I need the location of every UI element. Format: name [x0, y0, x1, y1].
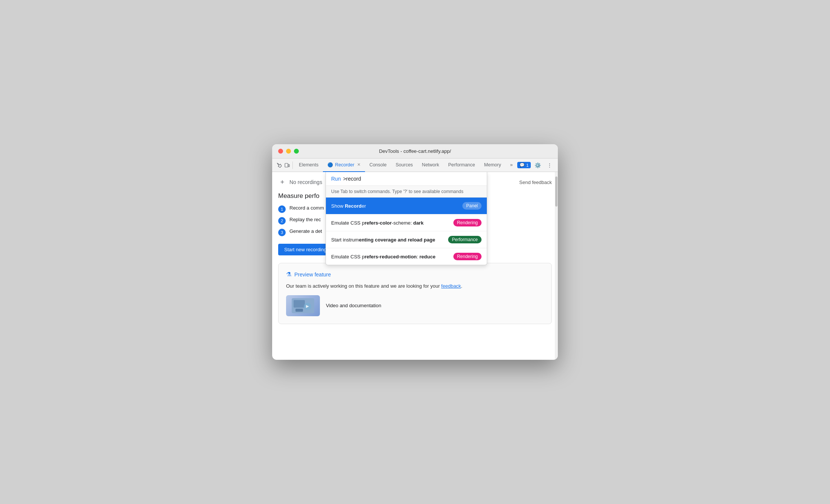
add-recording-button[interactable]: + [278, 178, 286, 186]
feedback-badge-button[interactable]: 💬 1 [517, 162, 531, 168]
close-button[interactable] [278, 149, 283, 154]
scrollbar-thumb[interactable] [555, 177, 557, 207]
step-num-1: 1 [278, 205, 286, 213]
command-input-row: Run >record [326, 172, 487, 186]
command-hint: Use Tab to switch commands. Type '?' to … [326, 186, 487, 198]
video-doc-row: Video and documentation [286, 295, 544, 316]
maximize-button[interactable] [294, 149, 299, 154]
command-badge-rendering: Rendering [453, 219, 482, 226]
svg-rect-0 [285, 163, 288, 167]
step-num-3: 3 [278, 229, 286, 236]
more-options-button[interactable]: ⋮ [544, 160, 555, 171]
command-badge-rendering-2: Rendering [453, 253, 482, 260]
command-badge-panel: Panel [462, 202, 482, 210]
preview-header: ⚗ Preview feature [286, 271, 544, 278]
command-palette: Run >record Use Tab to switch commands. … [326, 172, 487, 265]
command-item-emulate-dark[interactable]: Emulate CSS prefers-color-scheme: dark R… [326, 214, 487, 231]
flask-icon: ⚗ [286, 271, 291, 278]
toolbar-right: 💬 1 ⚙️ ⋮ [517, 160, 555, 171]
tab-performance[interactable]: Performance [444, 158, 480, 172]
inspect-icon[interactable] [275, 160, 283, 171]
tab-memory[interactable]: Memory [480, 158, 506, 172]
command-item-text: Start instrumenting coverage and reload … [331, 237, 448, 243]
minimize-button[interactable] [286, 149, 291, 154]
video-thumbnail[interactable] [286, 295, 320, 316]
tab-close-icon[interactable]: ✕ [357, 162, 360, 167]
tab-elements[interactable]: Elements [294, 158, 323, 172]
devtools-toolbar: Elements 🔵 Recorder ✕ Console Sources Ne… [272, 158, 558, 172]
devtools-window: DevTools - coffee-cart.netlify.app/ Elem… [272, 144, 558, 360]
title-bar: DevTools - coffee-cart.netlify.app/ [272, 144, 558, 158]
tab-recorder[interactable]: 🔵 Recorder ✕ [323, 158, 365, 172]
preview-text: Our team is actively working on this fea… [286, 282, 544, 290]
svg-rect-3 [294, 300, 305, 308]
window-title: DevTools - coffee-cart.netlify.app/ [379, 148, 451, 154]
command-item-coverage[interactable]: Start instrumenting coverage and reload … [326, 231, 487, 248]
devtools-body: + No recordings Send feedback Measure pe… [272, 172, 558, 360]
video-doc-label: Video and documentation [326, 303, 381, 308]
tab-more[interactable]: » [506, 158, 517, 172]
command-run-label: Run [331, 176, 341, 182]
preview-box: ⚗ Preview feature Our team is actively w… [278, 263, 552, 324]
toolbar-divider [292, 161, 293, 169]
command-item-text: Emulate CSS prefers-reduced-motion: redu… [331, 254, 453, 260]
scrollbar[interactable] [555, 172, 558, 360]
tab-sources[interactable]: Sources [391, 158, 418, 172]
feedback-link[interactable]: feedback [441, 283, 461, 289]
panel-header-left: + No recordings [278, 178, 322, 186]
command-list: Show Recorder Panel Emulate CSS prefers-… [326, 198, 487, 265]
settings-button[interactable]: ⚙️ [532, 160, 543, 171]
traffic-lights [278, 149, 299, 154]
svg-rect-4 [295, 309, 303, 312]
command-item-show-recorder[interactable]: Show Recorder Panel [326, 198, 487, 214]
feedback-icon: 💬 [520, 163, 525, 167]
command-input-value[interactable]: >record [343, 176, 361, 182]
svg-rect-1 [288, 164, 289, 167]
tab-network[interactable]: Network [417, 158, 444, 172]
no-recordings-label: No recordings [289, 179, 322, 185]
step-num-2: 2 [278, 217, 286, 225]
command-item-emulate-motion[interactable]: Emulate CSS prefers-reduced-motion: redu… [326, 248, 487, 265]
recorder-icon: 🔵 [327, 162, 333, 167]
device-icon[interactable] [283, 160, 291, 171]
command-item-text: Show Recorder [331, 203, 462, 209]
start-new-recording-button[interactable]: Start new recording [278, 244, 333, 255]
command-item-text: Emulate CSS prefers-color-scheme: dark [331, 220, 453, 226]
send-feedback-link[interactable]: Send feedback [519, 180, 552, 185]
command-badge-performance: Performance [448, 236, 482, 243]
tab-console[interactable]: Console [365, 158, 391, 172]
panel-area: + No recordings Send feedback Measure pe… [272, 172, 558, 360]
